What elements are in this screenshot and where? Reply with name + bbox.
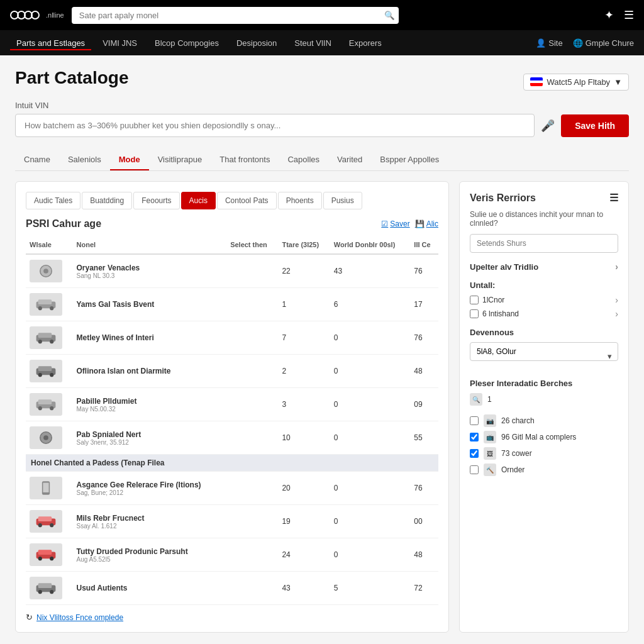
vehicle-img-8	[30, 510, 62, 533]
table-cell-col4-8: 19	[278, 505, 330, 538]
filter-check-2[interactable]	[470, 449, 479, 458]
nav-item-parts[interactable]: Parts and Estlages	[10, 36, 91, 50]
table-cell-col4-9: 24	[278, 538, 330, 572]
table-cell-name-5: Pab Spnialed Nert Saly 3nenr, 35.912	[73, 421, 227, 455]
svg-point-29	[50, 557, 53, 560]
filter-check-3[interactable]	[470, 465, 479, 474]
table-cell-img-2	[26, 321, 73, 355]
vehicle-name-8: Mils Rebr Frucnect	[77, 514, 223, 523]
inner-tab-feoourts[interactable]: Feoourts	[133, 192, 179, 209]
devennous-dropdown[interactable]: 5lA8, GOlur	[470, 342, 618, 361]
save-hith-button[interactable]: Save Hith	[561, 114, 629, 137]
load-more-link[interactable]: Nix Vliltoss Fnce omplede	[36, 613, 123, 622]
filter-icon-1: 📺	[484, 431, 496, 443]
table-cell-col3-8	[226, 505, 278, 538]
stars-icon-btn[interactable]: ✦	[604, 8, 614, 22]
unfall-check-0[interactable]	[470, 296, 479, 304]
menu-icon-btn[interactable]: ☰	[624, 8, 634, 22]
tab-mode[interactable]: Mode	[110, 150, 149, 170]
data-table: Wlsale Nonel Select then Ttare (3l25) Wo…	[26, 236, 438, 605]
filter-item-3[interactable]: 🔨 Ornder	[470, 464, 618, 476]
table-cell-col4-3: 2	[278, 355, 330, 388]
col-iii: III Ce	[410, 236, 438, 254]
nav-item-exporers[interactable]: Exporers	[343, 36, 388, 50]
devennous-dropdown-wrapper: 5lA8, GOlur	[470, 342, 618, 370]
vin-input[interactable]	[15, 114, 535, 137]
alic-action-btn[interactable]: 💾 Alic	[415, 219, 438, 228]
nav-right: 👤 Site 🌐 Gmple Chure	[536, 38, 634, 48]
hamburger-icon[interactable]: ☰	[609, 192, 618, 204]
filter-icon-0: 📷	[484, 414, 496, 427]
group-header-cell: Honel Chanted a Padess (Tenap Filea	[26, 455, 438, 472]
table-cell-col4-10: 43	[278, 572, 330, 605]
side-search-input[interactable]	[470, 234, 618, 253]
tab-capolles[interactable]: Capolles	[279, 150, 328, 170]
unfall-item-1: 6 lntishand ›	[470, 309, 618, 319]
tab-visitlip[interactable]: Visitliprapue	[149, 150, 211, 170]
inner-tab-buatdding[interactable]: Buatdding	[82, 192, 132, 209]
table-cell-col4-1: 1	[278, 288, 330, 321]
table-cell-col5-4: 0	[330, 388, 411, 421]
nav-item-vimi[interactable]: VIMI JNS	[96, 36, 143, 50]
table-cell-col3-7	[226, 472, 278, 505]
table-cell-col6-3: 48	[410, 355, 438, 388]
inner-tab-pusius[interactable]: Pusius	[323, 192, 362, 209]
dropdown-chevron: ▼	[614, 77, 622, 87]
filter-item-0[interactable]: 📷 26 charch	[470, 414, 618, 427]
header: .nlline 🔍 ✦ ☰	[0, 0, 644, 30]
table-cell-col5-8: 0	[330, 505, 411, 538]
vehicle-name-9: Tutty Druded Produnic Parsuht	[77, 547, 223, 556]
col-world: World Donblr 00sl)	[330, 236, 411, 254]
table-cell-img-8	[26, 505, 73, 538]
search-input[interactable]	[72, 7, 399, 24]
side-update-title[interactable]: Upelter alv Tridlio ›	[470, 262, 618, 272]
side-unfall-section: Untall: 1lCnor › 6 lntishand ›	[470, 280, 618, 319]
table-cell-col6-1: 17	[410, 288, 438, 321]
svg-point-32	[38, 590, 42, 594]
side-unfall-title: Untall:	[470, 280, 618, 290]
filter-item-1[interactable]: 📺 96 Gitl Mal a complers	[470, 431, 618, 443]
table-cell-col6-8: 00	[410, 505, 438, 538]
nav-item-steut[interactable]: Steut VlIN	[288, 36, 338, 50]
col-ttare: Ttare (3l25)	[278, 236, 330, 254]
main-content: Part Cataloge Watct5 Alp Fltaby ▼ Intuit…	[0, 55, 644, 644]
table-cell-col5-1: 6	[330, 288, 411, 321]
inner-tab-aucis[interactable]: Aucis	[181, 192, 216, 209]
nav-site[interactable]: 👤 Site	[536, 38, 562, 48]
tab-cname[interactable]: Cname	[15, 150, 59, 170]
filter-check-1[interactable]	[470, 433, 479, 441]
unfall-item-0: 1lCnor ›	[470, 295, 618, 305]
vehicle-img-5	[30, 426, 62, 449]
svg-point-4	[38, 306, 42, 310]
vehicle-img-7	[30, 477, 62, 499]
table-cell-img-4	[26, 388, 73, 421]
table-cell-col3-2	[226, 321, 278, 355]
svg-point-28	[38, 557, 42, 560]
inner-tab-audic[interactable]: Audic Tales	[26, 192, 80, 209]
vehicle-name-0: Oryaner Venacles	[77, 264, 223, 272]
vehicle-name-10: Usud Autients	[77, 584, 223, 592]
nav-item-desiposion[interactable]: Desiposion	[230, 36, 283, 50]
svg-point-25	[50, 523, 53, 527]
nav-gmple[interactable]: 🌐 Gmple Chure	[573, 38, 634, 48]
tab-bspper[interactable]: Bspper Appolles	[371, 150, 448, 170]
unfall-chevron-0: ›	[615, 295, 618, 305]
filter-item-2[interactable]: 🖼 73 cower	[470, 447, 618, 460]
svg-rect-21	[43, 483, 48, 492]
vehicle-img-0	[30, 260, 62, 282]
table-cell-col6-2: 76	[410, 321, 438, 355]
side-devennous-title: Devennous	[470, 328, 618, 337]
country-dropdown[interactable]: Watct5 Alp Fltaby ▼	[523, 74, 629, 91]
inner-tab-phoents[interactable]: Phoents	[278, 192, 322, 209]
svg-rect-15	[38, 399, 52, 404]
nav-item-blcop[interactable]: Blcop Compogies	[148, 36, 225, 50]
save-action-btn[interactable]: ☑ Saver	[381, 219, 409, 228]
unfall-check-1[interactable]	[470, 309, 479, 318]
tab-saleniols[interactable]: Saleniols	[59, 150, 110, 170]
filter-check-0[interactable]	[470, 416, 479, 425]
tab-that[interactable]: That frontonts	[211, 150, 279, 170]
tab-varited[interactable]: Varited	[328, 150, 371, 170]
table-cell-name-10: Usud Autients	[73, 572, 227, 605]
inner-tab-contool[interactable]: Contool Pats	[217, 192, 277, 209]
search-button[interactable]: 🔍	[384, 11, 395, 20]
